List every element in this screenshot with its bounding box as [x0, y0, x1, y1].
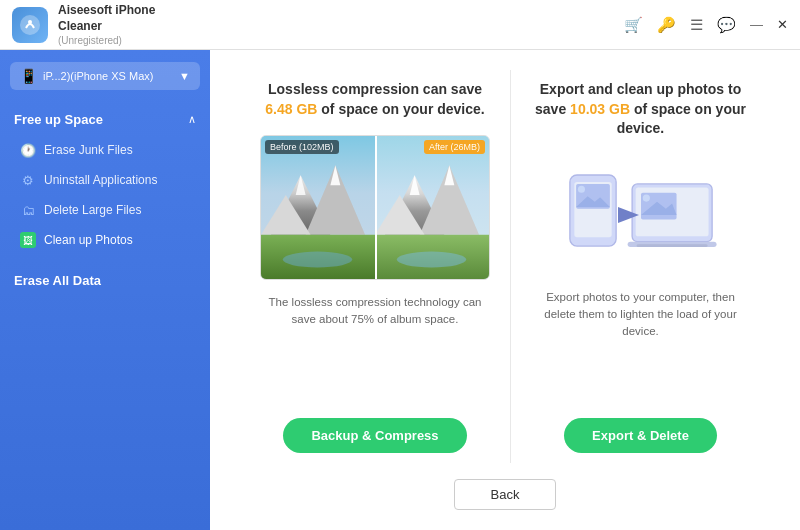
svg-point-1 — [28, 20, 32, 24]
right-panel: Export and clean up photos to save 10.03… — [511, 70, 770, 463]
close-button[interactable]: ✕ — [777, 17, 788, 32]
content-area: Lossless compression can save 6.48 GB of… — [210, 50, 800, 530]
clean-photos-label: Clean up Photos — [44, 233, 133, 247]
photo-after: After (26MB) — [375, 136, 489, 279]
sidebar-item-delete-large[interactable]: 🗂 Delete Large Files — [0, 195, 210, 225]
device-selector[interactable]: 📱 iP...2)(iPhone XS Max) ▼ — [10, 62, 200, 90]
before-label: Before (102MB) — [265, 140, 339, 154]
svg-point-21 — [642, 194, 649, 201]
title-bar: Aiseesoft iPhone Cleaner (Unregistered) … — [0, 0, 800, 50]
section-chevron-icon: ∧ — [188, 113, 196, 126]
right-title-suffix: of space on your device. — [617, 101, 746, 137]
photo-before: Before (102MB) — [261, 136, 375, 279]
svg-rect-29 — [636, 244, 707, 247]
erase-all-section: Erase All Data — [0, 271, 210, 289]
photo-divider — [375, 136, 377, 279]
app-title-block: Aiseesoft iPhone Cleaner (Unregistered) — [58, 3, 155, 45]
app-name-line2: Cleaner — [58, 19, 155, 35]
before-image — [261, 136, 375, 279]
file-icon: 🗂 — [20, 202, 36, 218]
sidebar-item-erase-junk[interactable]: 🕐 Erase Junk Files — [0, 135, 210, 165]
app-logo — [12, 7, 48, 43]
svg-point-26 — [577, 185, 584, 192]
title-bar-controls: 🛒 🔑 ☰ 💬 — ✕ — [624, 16, 788, 34]
export-delete-button[interactable]: Export & Delete — [564, 418, 717, 453]
main-layout: 📱 iP...2)(iPhone XS Max) ▼ Free up Space… — [0, 50, 800, 530]
title-bar-left: Aiseesoft iPhone Cleaner (Unregistered) — [12, 3, 624, 45]
right-panel-title: Export and clean up photos to save 10.03… — [531, 80, 750, 139]
sidebar: 📱 iP...2)(iPhone XS Max) ▼ Free up Space… — [0, 50, 210, 530]
photo-comparison: Before (102MB) — [260, 135, 490, 280]
delete-large-label: Delete Large Files — [44, 203, 141, 217]
left-title-suffix: of space on your device. — [317, 101, 484, 117]
erase-junk-label: Erase Junk Files — [44, 143, 133, 157]
clock-icon: 🕐 — [20, 142, 36, 158]
menu-icon[interactable]: ☰ — [690, 16, 703, 34]
minimize-button[interactable]: — — [750, 17, 763, 32]
left-title-prefix: Lossless compression can save — [268, 81, 482, 97]
right-title-highlight: 10.03 GB — [570, 101, 630, 117]
uninstall-apps-label: Uninstall Applications — [44, 173, 157, 187]
key-icon[interactable]: 🔑 — [657, 16, 676, 34]
free-up-space-section: Free up Space ∧ 🕐 Erase Junk Files ⚙ Uni… — [0, 104, 210, 255]
phone-icon: 📱 — [20, 68, 37, 84]
device-name: iP...2)(iPhone XS Max) — [43, 70, 173, 82]
left-panel-desc: The lossless compression technology can … — [260, 294, 490, 329]
svg-point-17 — [397, 252, 466, 268]
photo-icon: 🖼 — [20, 232, 36, 248]
right-panel-desc: Export photos to your computer, then del… — [531, 289, 750, 341]
left-title-highlight: 6.48 GB — [265, 101, 317, 117]
bottom-bar: Back — [240, 463, 770, 510]
after-label: After (26MB) — [424, 140, 485, 154]
left-panel: Lossless compression can save 6.48 GB of… — [240, 70, 511, 463]
chat-icon[interactable]: 💬 — [717, 16, 736, 34]
sidebar-item-clean-photos[interactable]: 🖼 Clean up Photos — [0, 225, 210, 255]
cart-icon[interactable]: 🛒 — [624, 16, 643, 34]
app-status: (Unregistered) — [58, 35, 155, 46]
left-panel-title: Lossless compression can save 6.48 GB of… — [260, 80, 490, 119]
chevron-down-icon: ▼ — [179, 70, 190, 82]
svg-point-9 — [283, 252, 352, 268]
export-illustration — [561, 155, 721, 275]
free-up-space-title: Free up Space — [14, 112, 103, 127]
free-up-space-header[interactable]: Free up Space ∧ — [0, 104, 210, 135]
gear-icon: ⚙ — [20, 172, 36, 188]
app-name: Aiseesoft iPhone — [58, 3, 155, 19]
back-button[interactable]: Back — [454, 479, 557, 510]
panels-row: Lossless compression can save 6.48 GB of… — [240, 70, 770, 463]
after-image — [375, 136, 489, 279]
sidebar-item-uninstall-apps[interactable]: ⚙ Uninstall Applications — [0, 165, 210, 195]
erase-all-title[interactable]: Erase All Data — [14, 273, 101, 288]
backup-compress-button[interactable]: Backup & Compress — [283, 418, 466, 453]
